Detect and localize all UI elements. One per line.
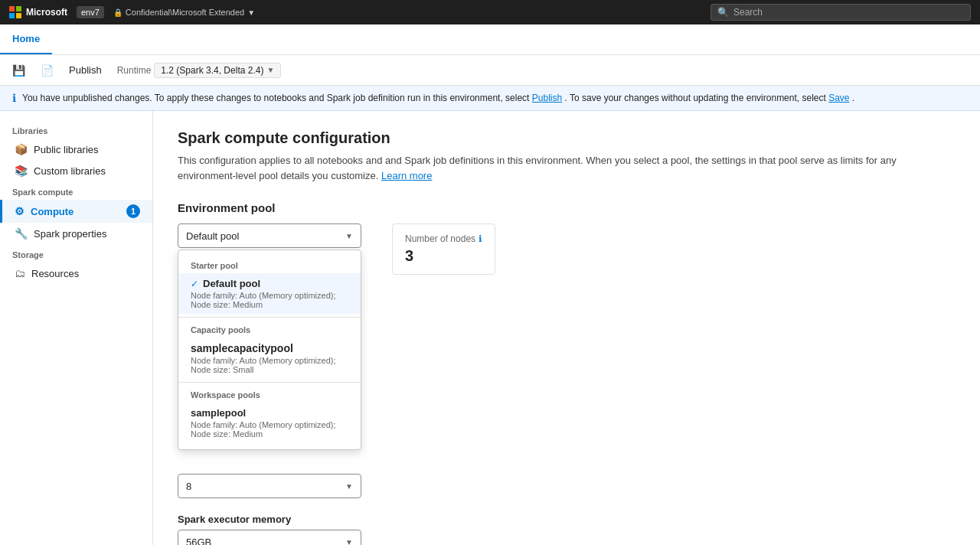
check-icon: ✓ [191,279,198,289]
resources-icon: 🗂 [15,267,25,279]
sidebar-section-spark-compute: Spark compute [0,181,152,200]
banner-save-link[interactable]: Save [828,93,849,103]
executor-count-group: 8 ▼ [178,474,956,498]
top-bar: Microsoft env7 🔒 Confidential\Microsoft … [0,0,980,24]
sidebar-item-compute-label: Compute [31,206,74,217]
executor-memory-label: Spark executor memory [178,514,956,525]
pool-item-samplepool-desc: Node family: Auto (Memory optimized); No… [191,420,348,439]
spark-properties-icon: 🔧 [15,227,28,240]
sidebar-section-storage: Storage [0,244,152,263]
starter-pool-group-title: Starter pool [178,256,361,273]
page-desc: This configuration applies to all notebo… [178,153,956,183]
nav-tab-home-label: Home [12,33,40,44]
env-tag: env7 [77,6,104,18]
pool-item-default-name: Default pool [203,278,260,289]
lock-icon: 🔒 [113,8,122,17]
compute-badge: 1 [126,204,140,218]
banner-middle: . To save your changes without updating … [565,93,829,103]
section-env-pool-title: Environment pool [178,201,956,214]
ms-logo-grid [9,6,21,18]
content-area: Spark compute configuration This configu… [153,111,980,545]
save-button[interactable]: 💾 [6,60,31,81]
pool-group-divider-1 [178,317,361,318]
page-desc-text: This configuration applies to all notebo… [178,155,897,181]
pool-dropdown-value: Default pool [186,230,239,242]
sidebar-item-public-libraries-label: Public libraries [34,144,99,155]
learn-more-link[interactable]: Learn more [381,170,432,181]
nodes-label-text: Number of nodes [405,233,475,244]
chevron-down-icon: ▼ [247,8,255,17]
nodes-label: Number of nodes ℹ [405,233,482,244]
page-title: Spark compute configuration [178,129,956,147]
capacity-pools-group-title: Capacity pools [178,321,361,338]
ms-logo-text: Microsoft [26,7,67,18]
file-icon: 📄 [41,64,54,77]
confidential-label: Confidential\Microsoft Extended [126,8,244,17]
pool-item-default-desc: Node family: Auto (Memory optimized); No… [191,291,348,309]
publish-button[interactable]: Publish [63,60,108,81]
sidebar-section-libraries: Libraries [0,120,152,139]
sidebar-item-resources-label: Resources [31,268,79,279]
publish-label: Publish [69,64,102,76]
executor-count-value: 8 [186,481,191,492]
sidebar-item-spark-properties-label: Spark properties [34,228,106,240]
search-bar[interactable]: 🔍 Search [710,4,971,21]
sidebar-item-compute[interactable]: ⚙ Compute 1 [0,200,152,223]
compute-icon: ⚙ [15,205,24,217]
banner-text: You have unpublished changes. To apply t… [22,93,854,103]
custom-libraries-icon: 📚 [15,165,28,177]
pool-item-samplecapacity-name: samplecapacitypool [191,342,293,354]
nodes-value: 3 [405,247,482,265]
save-icon: 💾 [12,64,25,77]
info-banner: ℹ You have unpublished changes. To apply… [0,86,980,111]
nav-tab-home[interactable]: Home [0,24,52,54]
sidebar-item-custom-libraries[interactable]: 📚 Custom libraries [0,160,152,181]
runtime-dropdown[interactable]: 1.2 (Spark 3.4, Delta 2.4) ▼ [154,63,281,78]
pool-dropdown-chevron-icon: ▼ [345,232,353,240]
sidebar-item-resources[interactable]: 🗂 Resources [0,263,152,284]
confidential-tag: 🔒 Confidential\Microsoft Extended ▼ [113,8,255,17]
pool-item-samplepool[interactable]: samplepool Node family: Auto (Memory opt… [178,403,361,443]
info-icon: ℹ [12,92,16,104]
nodes-info-card: Number of nodes ℹ 3 [392,223,495,275]
search-placeholder: Search [733,7,763,18]
sidebar: Libraries 📦 Public libraries 📚 Custom li… [0,111,153,545]
runtime-label: Runtime [117,65,152,76]
pool-dropdown-menu: Starter pool ✓ Default pool Node family:… [178,250,361,450]
nodes-info-icon: ℹ [479,233,482,244]
executor-count-chevron-icon: ▼ [345,482,353,491]
main-layout: Libraries 📦 Public libraries 📚 Custom li… [0,111,980,545]
runtime-value: 1.2 (Spark 3.4, Delta 2.4) [161,65,263,76]
pool-item-samplepool-name: samplepool [191,407,246,419]
pool-group-divider-2 [178,382,361,383]
executor-memory-chevron-icon: ▼ [345,538,353,546]
executor-count-dropdown[interactable]: 8 ▼ [178,474,361,498]
executor-memory-value: 56GB [186,537,211,546]
toolbar: 💾 📄 Publish Runtime 1.2 (Spark 3.4, Delt… [0,55,980,86]
ms-logo: Microsoft [9,6,67,18]
chevron-down-icon: ▼ [266,66,274,74]
sidebar-item-custom-libraries-label: Custom libraries [34,165,106,177]
banner-prefix: You have unpublished changes. To apply t… [22,93,532,103]
nav-bar: Home [0,24,980,55]
pool-item-samplecapacity[interactable]: samplecapacitypool Node family: Auto (Me… [178,338,361,379]
banner-publish-link[interactable]: Publish [532,93,562,103]
sidebar-item-spark-properties[interactable]: 🔧 Spark properties [0,223,152,244]
banner-suffix: . [852,93,854,103]
public-libraries-icon: 📦 [15,143,28,155]
pool-item-samplecapacity-desc: Node family: Auto (Memory optimized); No… [191,356,348,374]
executor-memory-dropdown[interactable]: 56GB ▼ [178,530,361,545]
file-button[interactable]: 📄 [34,60,60,81]
executor-memory-group: Spark executor memory 56GB ▼ [178,514,956,545]
workspace-pools-group-title: Workspace pools [178,386,361,403]
pool-item-default[interactable]: ✓ Default pool Node family: Auto (Memory… [178,273,361,314]
search-icon: 🔍 [717,7,729,18]
sidebar-item-public-libraries[interactable]: 📦 Public libraries [0,139,152,160]
pool-dropdown[interactable]: Default pool ▼ [178,223,361,248]
